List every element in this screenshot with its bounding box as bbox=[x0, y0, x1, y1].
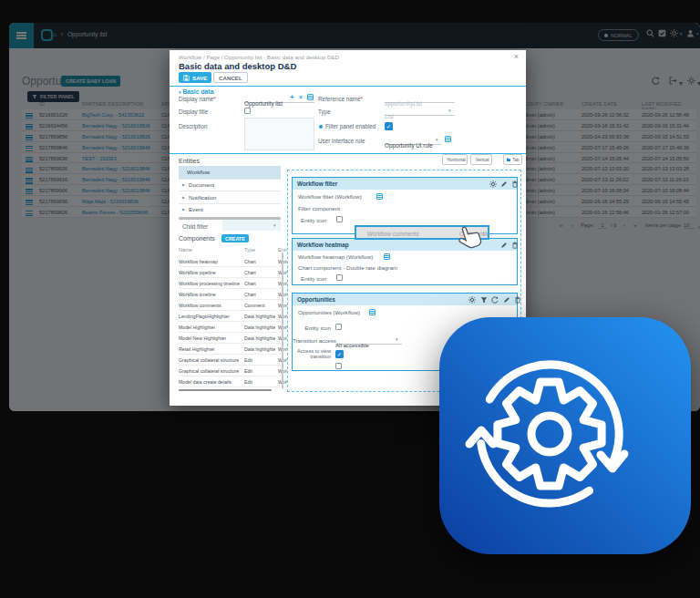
component-type: Edit bbox=[244, 379, 252, 385]
component-row[interactable]: Model New Highlighter Data highlighter W… bbox=[179, 333, 281, 344]
entity-item[interactable]: ▶Document bbox=[179, 179, 281, 191]
tab-layout-icon bbox=[507, 157, 511, 162]
entity-item[interactable]: ▶Event bbox=[179, 203, 281, 216]
type-caret-icon: ▾ bbox=[448, 108, 451, 113]
entity-icon-checkbox[interactable] bbox=[336, 216, 343, 222]
cancel-button[interactable]: CANCEL bbox=[213, 72, 248, 83]
components-hscrollbar[interactable] bbox=[179, 389, 272, 392]
component-name: Retail Highlighter bbox=[179, 346, 215, 352]
extra-checkbox[interactable] bbox=[335, 363, 342, 369]
display-title-label: Display title bbox=[179, 108, 208, 115]
component-name: Graphical collateral structure bbox=[179, 368, 239, 374]
components-list: Workflow heatmap Chart Workflow Workflow… bbox=[179, 256, 281, 387]
component-row[interactable]: Graphical collateral structure Edit Work… bbox=[179, 366, 281, 376]
description-textarea[interactable] bbox=[244, 118, 314, 150]
heatmap-ref-list-icon[interactable] bbox=[384, 253, 390, 260]
workflow-filter-header[interactable]: Workflow filter bbox=[293, 178, 517, 190]
expand-caret-icon[interactable]: ▶ bbox=[182, 182, 185, 187]
access-to-view-checkbox[interactable]: ✓ bbox=[335, 350, 344, 358]
component-row[interactable]: Workflow timeline Chart Workflow bbox=[179, 289, 281, 300]
component-row[interactable]: Workflow processing timeline Chart Workf… bbox=[179, 278, 281, 289]
type-select[interactable]: List ▾ bbox=[385, 106, 455, 116]
component-row[interactable]: LendingFlagsHighlighter Data highlighter… bbox=[179, 311, 281, 322]
component-row[interactable]: Graphical collateral structure Edit Work… bbox=[179, 355, 281, 366]
panel-filter-icon[interactable] bbox=[480, 296, 488, 304]
layout-tab-button[interactable]: Tab bbox=[503, 154, 522, 165]
save-button[interactable]: SAVE bbox=[179, 72, 211, 83]
component-row[interactable]: Model data create details Edit Workflow bbox=[179, 376, 281, 387]
component-row[interactable]: Retail Highlighter Data highlighter Work… bbox=[179, 344, 281, 355]
display-name-input[interactable]: Opportunity list + × bbox=[244, 93, 314, 103]
section-caret-icon: ▾ bbox=[179, 89, 181, 95]
opportunities-ref-list-icon[interactable] bbox=[369, 309, 376, 315]
close-icon[interactable]: × bbox=[514, 52, 519, 61]
transition-access-select[interactable]: All accessible ▾ bbox=[335, 335, 402, 345]
clear-icon[interactable]: × bbox=[299, 94, 303, 100]
component-type: Data highlighter bbox=[244, 314, 275, 319]
component-type: Data highlighter bbox=[244, 346, 275, 352]
component-name: Model New Highlighter bbox=[179, 335, 226, 341]
component-type: Chart bbox=[244, 259, 256, 264]
panel-delete-icon[interactable] bbox=[511, 242, 519, 249]
component-name: Graphical collateral structure bbox=[179, 357, 239, 363]
expand-caret-icon[interactable]: ▶ bbox=[182, 207, 185, 211]
child-filter-caret-icon: ▾ bbox=[273, 222, 276, 228]
layout-horizontal-button[interactable]: Horizontal bbox=[442, 154, 468, 165]
section-basic-data[interactable]: ▾ Basic data bbox=[179, 88, 213, 95]
workflow-heatmap-header[interactable]: Workflow heatmap bbox=[293, 239, 517, 251]
floppy-icon bbox=[183, 75, 190, 81]
workflow-heatmap-panel: Workflow heatmap Workflow heatmap (Workf… bbox=[292, 238, 518, 285]
panel-gear-icon[interactable] bbox=[468, 296, 476, 304]
component-type: Data highlighter bbox=[244, 335, 275, 341]
open-list-icon[interactable] bbox=[307, 94, 314, 100]
panel-edit-icon[interactable] bbox=[503, 296, 510, 304]
filter-component-ref: Workflow filter (Workflow) bbox=[298, 193, 362, 200]
panel-sync-icon[interactable] bbox=[491, 296, 499, 304]
component-row[interactable]: Workflow heatmap Chart Workflow bbox=[179, 256, 281, 267]
child-filter-select[interactable]: ▾ bbox=[222, 220, 281, 231]
panel-edit-icon[interactable] bbox=[500, 180, 508, 188]
panel-delete-icon[interactable] bbox=[514, 296, 521, 304]
component-row[interactable]: Workflow pipeline Chart Workflow bbox=[179, 267, 281, 278]
layout-vertical-button[interactable]: Vertical bbox=[470, 154, 492, 165]
filter-component-label: Filter component bbox=[298, 205, 340, 211]
filter-panel-enabled-label: Filter panel enabled bbox=[325, 123, 376, 129]
entity-icon-checkbox[interactable] bbox=[336, 274, 343, 281]
panel-edit-icon[interactable] bbox=[500, 242, 508, 249]
entity-item-workflow-selected[interactable]: Workflow bbox=[179, 166, 281, 179]
reference-name-input[interactable]: opportunityList bbox=[385, 93, 455, 103]
component-row[interactable]: Model Highlighter Data highlighter Workf… bbox=[179, 322, 281, 333]
component-type: Edit bbox=[244, 357, 252, 363]
entity-icon-label: Entity icon bbox=[301, 217, 327, 223]
component-type: Chart bbox=[244, 281, 256, 286]
component-name: Workflow heatmap bbox=[179, 259, 218, 264]
add-icon[interactable]: + bbox=[290, 93, 294, 101]
expand-caret-icon[interactable]: ▶ bbox=[182, 195, 185, 200]
entity-item[interactable]: ▶Notification bbox=[179, 191, 281, 203]
reference-name-label: Reference name* bbox=[318, 96, 363, 102]
panel-delete-icon[interactable] bbox=[511, 180, 519, 188]
header-divider bbox=[170, 86, 526, 88]
comp-header-type: Type bbox=[244, 247, 255, 253]
component-type: Chart bbox=[244, 270, 256, 275]
component-row[interactable]: Workflow comments Comment Workflow bbox=[179, 300, 281, 311]
modal-breadcrumb: Workflow / Page / Opportunity list - Bas… bbox=[179, 54, 339, 60]
filter-ref-list-icon[interactable] bbox=[376, 193, 383, 200]
screen: ⌂ › Opportunity list NORMAL ▾ ▾ Opportun… bbox=[0, 0, 700, 598]
filter-panel-checkbox[interactable]: ✓ bbox=[385, 122, 393, 130]
opportunities-header[interactable]: Opportunities bbox=[293, 294, 517, 305]
description-label: Description bbox=[179, 123, 208, 129]
entities-title: Entities bbox=[179, 158, 200, 164]
display-title-checkbox[interactable] bbox=[244, 108, 251, 114]
component-name: Workflow timeline bbox=[179, 292, 216, 297]
panel-gear-icon[interactable] bbox=[489, 180, 497, 188]
component-name: Workflow processing timeline bbox=[179, 281, 240, 286]
create-component-button[interactable]: CREATE bbox=[221, 234, 249, 242]
entities-list: Workflow ▶Document ▶Notification ▶Event bbox=[179, 166, 281, 215]
components-vscrollbar[interactable] bbox=[282, 253, 283, 389]
ui-rule-list-icon[interactable] bbox=[445, 136, 451, 142]
ui-rule-select[interactable]: Opportunity UI rule ▾ bbox=[385, 135, 441, 145]
components-title: Components bbox=[179, 235, 215, 242]
heatmap-component-label: Chart component - Double rate diagram bbox=[298, 264, 397, 271]
entity-icon-checkbox[interactable] bbox=[335, 324, 342, 330]
